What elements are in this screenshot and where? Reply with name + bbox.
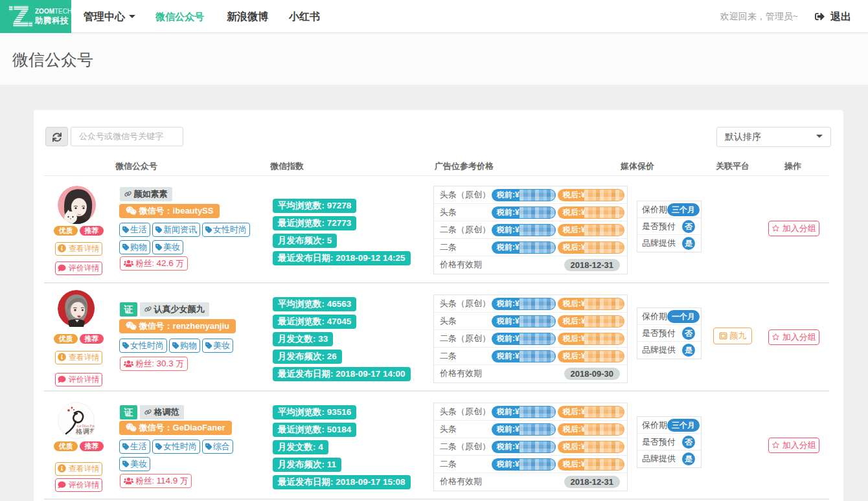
svg-text:格调范: 格调范 [75, 428, 95, 435]
